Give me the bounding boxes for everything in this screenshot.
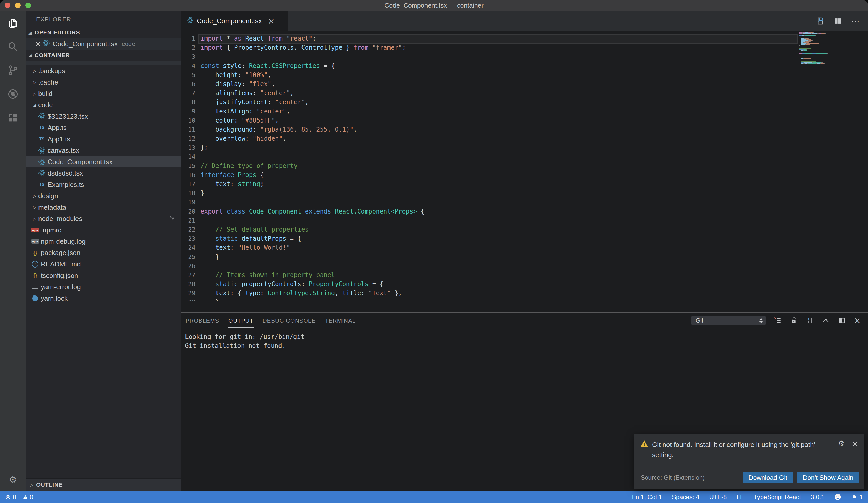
code-text[interactable] [195,216,200,225]
activity-bar-files[interactable] [0,11,26,35]
code-text[interactable]: background: "rgba(136, 85, 255, 0.1)", [195,125,357,134]
settings-gear-icon[interactable]: ⚙ [9,474,17,485]
tree-item-app-ts[interactable]: TSApp.ts [26,122,181,133]
open-editors-header[interactable]: ◢ OPEN EDITORS [26,27,181,38]
tree-item--backups[interactable]: ▷.backups [26,65,181,76]
tree-item-package-json[interactable]: {}package.json [26,247,181,258]
code-text[interactable]: static propertyControls: PropertyControl… [195,280,383,289]
code-text[interactable]: } [195,253,219,261]
activity-bar-debug[interactable] [0,82,26,106]
activity-bar-source-control[interactable] [0,59,26,82]
tree-item--3123123-tsx[interactable]: $3123123.tsx [26,111,181,122]
code-text[interactable] [195,52,200,61]
split-panel-button[interactable] [838,316,846,325]
code-text[interactable]: justifyContent: "center", [195,98,309,107]
editor-tab-bar: Code_Component.tsx × ⋯ [181,11,868,31]
close-editor-icon[interactable]: × [35,40,42,48]
tree-item-examples-ts[interactable]: TSExamples.ts [26,179,181,190]
code-text[interactable]: import * as React from "react"; [195,34,316,43]
problems-errors-status[interactable]: ⊗ 0 [5,493,16,501]
notification-close-icon[interactable]: × [852,440,858,448]
split-editor-button[interactable] [834,17,842,25]
activity-bar-search[interactable] [0,35,26,59]
code-text[interactable]: alignItems: "center", [195,89,294,98]
code-text[interactable]: text: { type: ControlType.String, title:… [195,289,402,298]
code-text[interactable]: static defaultProps = { [195,234,301,243]
activity-bar-extensions[interactable] [0,106,26,130]
code-text[interactable]: height: "100%", [195,71,271,80]
code-text[interactable] [195,198,200,207]
clear-output-button[interactable] [774,316,782,325]
tree-item-npm-debug-log[interactable]: npmnpm-debug.log [26,236,181,247]
status-spaces-4[interactable]: Spaces: 4 [672,493,700,501]
output-channel-select[interactable]: Git [691,316,766,326]
download-git-button[interactable]: Download Git [743,472,793,483]
close-window-button[interactable] [5,3,10,8]
unlock-button[interactable] [790,316,798,325]
tree-item-build[interactable]: ▷build [26,88,181,99]
tree-item--cache[interactable]: ▷.cache [26,76,181,88]
tree-item-label: design [38,192,58,200]
panel-tab-terminal[interactable]: TERMINAL [324,313,356,328]
tree-item-canvas-tsx[interactable]: canvas.tsx [26,145,181,156]
tree-item-code[interactable]: ◢code [26,99,181,111]
code-text[interactable]: const style: React.CSSProperties = { [195,62,335,71]
status-ln-1-col-1[interactable]: Ln 1, Col 1 [632,493,662,501]
status-utf-8[interactable]: UTF-8 [709,493,727,501]
status-typescript-react[interactable]: TypeScript React [754,493,801,501]
zoom-window-button[interactable] [25,3,31,8]
more-actions-icon[interactable]: ⋯ [851,18,860,23]
dont-show-again-button[interactable]: Don't Show Again [797,472,859,483]
maximize-panel-button[interactable] [822,316,830,325]
code-text[interactable]: import { PropertyControls, ControlType }… [195,43,406,52]
code-text[interactable]: text: "Hello World!" [195,243,290,252]
panel-tab-problems[interactable]: PROBLEMS [185,313,220,328]
code-text[interactable]: // Items shown in property panel [195,271,335,280]
code-text[interactable]: // Define type of property [195,162,298,171]
code-text[interactable]: color: "#8855FF", [195,116,279,125]
code-text[interactable]: } [195,189,204,198]
code-text[interactable]: } [195,298,219,301]
tree-item-node-modules[interactable]: ▷node_modules [26,213,181,224]
project-section-header[interactable]: ◢ CONTAINER [26,50,181,61]
tree-item-app1-ts[interactable]: TSApp1.ts [26,133,181,145]
code-text[interactable]: interface Props { [195,171,264,179]
tree-item--npmrc[interactable]: npm.npmrc [26,224,181,236]
code-text[interactable] [195,261,200,271]
tree-item-readme-md[interactable]: iREADME.md [26,258,181,270]
open-editor-item[interactable]: × Code_Component.tsx code [26,38,181,50]
notification-settings-gear-icon[interactable]: ⚙ [838,440,845,447]
code-text[interactable]: }; [195,143,208,152]
tree-item-metadata[interactable]: ▷metadata [26,202,181,213]
code-text[interactable]: textAlign: "center", [195,107,290,116]
panel-tab-output[interactable]: OUTPUT [228,313,254,328]
tree-item-dsdsdsd-tsx[interactable]: dsdsdsd.tsx [26,167,181,179]
status-3-0-1[interactable]: 3.0.1 [811,493,824,501]
chevron-expanded-icon: ◢ [31,103,38,107]
code-text[interactable]: // Set default properties [195,225,309,234]
find-in-file-button[interactable] [816,17,825,25]
code-text[interactable] [195,152,200,161]
tree-item-code-component-tsx[interactable]: Code_Component.tsx [26,156,181,167]
minimize-window-button[interactable] [15,3,21,8]
tree-item-tsconfig-json[interactable]: {}tsconfig.json [26,270,181,281]
status-lf[interactable]: LF [736,493,744,501]
code-text[interactable]: text: string; [195,179,264,189]
code-text[interactable]: overflow: "hidden", [195,134,286,143]
code-text[interactable]: display: "flex", [195,80,275,89]
close-tab-icon[interactable]: × [268,17,274,25]
problems-warnings-status[interactable]: 0 [23,493,33,501]
close-panel-button[interactable]: × [854,316,861,326]
minimap[interactable] [799,32,861,71]
outline-section-header[interactable]: ▷ OUTLINE [26,478,181,491]
tree-item-yarn-error-log[interactable]: yarn-error.log [26,281,181,292]
tree-item-yarn-lock[interactable]: yarn.lock [26,292,181,304]
open-log-file-button[interactable] [806,316,814,325]
tree-item-design[interactable]: ▷design [26,190,181,202]
tab-code-component[interactable]: Code_Component.tsx × [181,11,288,31]
code-editor[interactable]: 1import * as React from "react";2import … [181,31,868,301]
panel-tab-debug-console[interactable]: DEBUG CONSOLE [262,313,316,328]
notifications-bell[interactable]: 1 [851,493,863,501]
feedback-smiley-icon[interactable]: ☻ [834,493,841,501]
code-text[interactable]: export class Code_Component extends Reac… [195,207,424,216]
